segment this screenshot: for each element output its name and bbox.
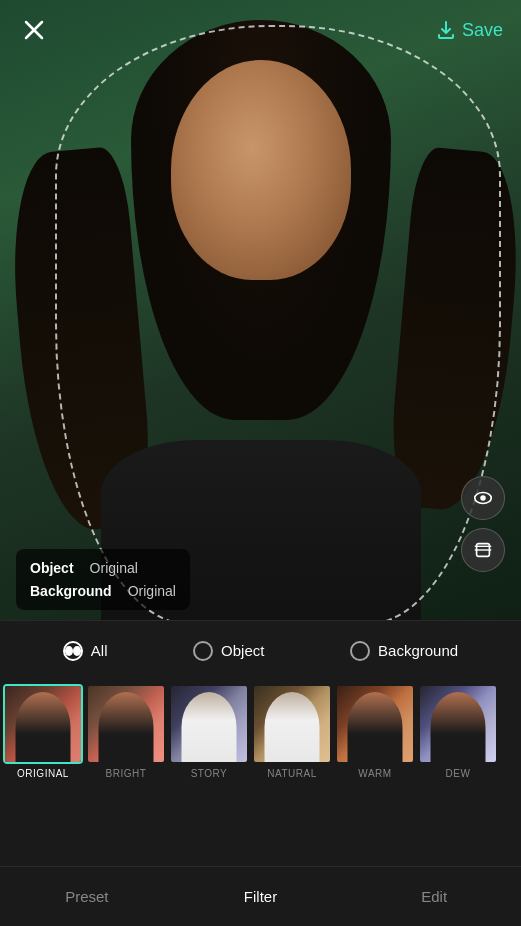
- object-value: Original: [90, 557, 138, 579]
- thumb-img: [418, 684, 498, 764]
- background-label: Background: [30, 580, 112, 602]
- main-image: Makeup artist lulu AUTY: [0, 0, 521, 620]
- thumbnail-story[interactable]: STORY: [169, 684, 249, 779]
- thumb-label: Original: [17, 768, 69, 779]
- filter-background-radio[interactable]: [350, 641, 370, 661]
- background-value: Original: [128, 580, 176, 602]
- object-label: Object: [30, 557, 74, 579]
- thumbnail-natural[interactable]: NATURAL: [252, 684, 332, 779]
- filter-object[interactable]: Object: [193, 641, 264, 661]
- nav-preset-label: Preset: [65, 888, 108, 905]
- thumb-label: BRIGHT: [106, 768, 147, 779]
- save-button[interactable]: Save: [436, 20, 503, 41]
- filter-object-radio[interactable]: [193, 641, 213, 661]
- nav-filter[interactable]: Filter: [174, 888, 348, 905]
- nav-preset[interactable]: Preset: [0, 888, 174, 905]
- nav-filter-label: Filter: [244, 888, 277, 905]
- filter-background[interactable]: Background: [350, 641, 458, 661]
- thumbnail-dew[interactable]: DEW: [418, 684, 498, 779]
- close-button[interactable]: [18, 14, 50, 46]
- eye-button[interactable]: [461, 476, 505, 520]
- filter-background-label: Background: [378, 642, 458, 659]
- thumbnail-warm[interactable]: WARM: [335, 684, 415, 779]
- filter-all[interactable]: All: [63, 641, 108, 661]
- thumb-label: STORY: [191, 768, 228, 779]
- thumb-label: NATURAL: [267, 768, 316, 779]
- layers-button[interactable]: [461, 528, 505, 572]
- thumb-img: [86, 684, 166, 764]
- nav-edit[interactable]: Edit: [347, 888, 521, 905]
- thumb-img: [335, 684, 415, 764]
- thumb-img: [252, 684, 332, 764]
- filter-all-label: All: [91, 642, 108, 659]
- filter-all-radio[interactable]: [63, 641, 83, 661]
- save-label: Save: [462, 20, 503, 41]
- filter-object-label: Object: [221, 642, 264, 659]
- thumb-img: [3, 684, 83, 764]
- info-overlay: Object Original Background Original: [16, 549, 190, 610]
- filter-selector: All Object Background: [0, 620, 521, 680]
- header: Save: [0, 0, 521, 60]
- thumb-label: WARM: [358, 768, 391, 779]
- nav-edit-label: Edit: [421, 888, 447, 905]
- bottom-nav: Preset Filter Edit: [0, 866, 521, 926]
- thumbnails-strip: Original BRIGHT STORY NATURAL WARM: [0, 680, 521, 790]
- thumb-label: DEW: [446, 768, 471, 779]
- thumbnail-original[interactable]: Original: [3, 684, 83, 779]
- svg-point-3: [480, 495, 486, 501]
- thumbnail-bright[interactable]: BRIGHT: [86, 684, 166, 779]
- thumb-img: [169, 684, 249, 764]
